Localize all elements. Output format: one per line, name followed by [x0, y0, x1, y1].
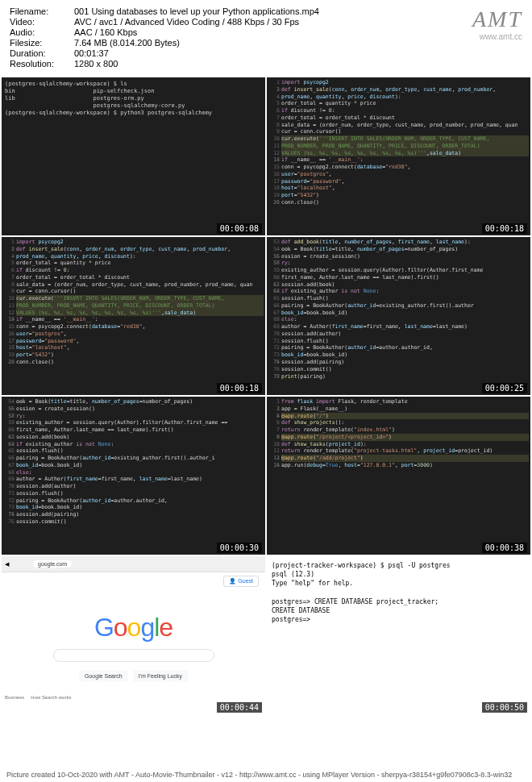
video-label: Video:: [10, 17, 74, 27]
thumbnail-1: (postgres-sqlalchemy-workspace) $ ls bin…: [2, 77, 265, 235]
user-icon: 👤: [229, 578, 236, 584]
timestamp: 00:00:08: [217, 223, 262, 234]
search-input[interactable]: [53, 649, 214, 662]
code-editor: 1from flask import Flask, render_templat…: [267, 397, 530, 471]
audio-label: Audio:: [10, 27, 74, 37]
resolution-label: Resolution:: [10, 59, 74, 69]
google-logo: Google: [94, 613, 172, 643]
timestamp: 00:00:50: [482, 702, 527, 713]
guest-button[interactable]: 👤 Guest: [223, 576, 259, 587]
thumbnail-8: (project-tracker-workspace) $ psql -U po…: [267, 556, 530, 714]
filesize-value: 7.64 MB (8.014.200 Bytes): [74, 38, 522, 48]
code-editor: 1import psycopg2 2 3def insert_sale(conn…: [267, 77, 530, 208]
page-footer: Picture created 10-Oct-2020 with AMT - A…: [0, 767, 532, 782]
duration-value: 00:01:37: [74, 48, 522, 58]
footer-link[interactable]: How Search works: [31, 695, 71, 700]
timestamp: 00:00:18: [482, 223, 527, 234]
resolution-value: 1280 x 800: [74, 59, 522, 69]
logo-text: AMT: [472, 6, 522, 32]
timestamp: 00:00:44: [217, 702, 262, 713]
filesize-label: Filesize:: [10, 38, 74, 48]
terminal-output: (project-tracker-workspace) $ psql -U po…: [267, 556, 530, 629]
thumbnail-5: 54ook = Book(title=title, number_of_page…: [2, 397, 265, 555]
footer-link[interactable]: Business: [5, 695, 24, 700]
thumbnail-2: 1import psycopg2 2 3def insert_sale(conn…: [267, 77, 530, 235]
duration-label: Duration:: [10, 48, 74, 58]
thumbnail-grid: (postgres-sqlalchemy-workspace) $ ls bin…: [0, 76, 532, 716]
thumbnail-4: 53def add_book(title, number_of_pages, f…: [267, 237, 530, 395]
code-editor: 1import psycopg2 2 3def insert_sale(conn…: [2, 237, 265, 368]
back-icon[interactable]: ◀: [5, 561, 9, 568]
address-bar[interactable]: google.com: [33, 560, 72, 568]
logo-url: www.amt.cc: [472, 32, 522, 41]
lucky-button[interactable]: I'm Feeling Lucky: [133, 670, 188, 682]
filename-label: Filename:: [10, 6, 74, 16]
timestamp: 00:00:18: [217, 383, 262, 393]
audio-value: AAC / 160 Kbps: [74, 27, 522, 37]
google-homepage: Google Google Search I'm Feeling Lucky: [2, 572, 265, 714]
terminal-output: (postgres-sqlalchemy-workspace) $ ls bin…: [2, 77, 265, 120]
thumbnail-6: 1from flask import Flask, render_templat…: [267, 397, 530, 555]
thumbnail-3: 1import psycopg2 2 3def insert_sale(conn…: [2, 237, 265, 395]
code-editor: 53def add_book(title, number_of_pages, f…: [267, 237, 530, 381]
video-value: AVC / avc1 / Advanced Video Coding / 488…: [74, 17, 522, 27]
amt-logo: AMT www.amt.cc: [472, 6, 522, 41]
thumbnail-7: ◀ google.com 👤 Guest Google Google Searc…: [2, 556, 265, 714]
metadata-header: Filename:001 Using databases to level up…: [0, 0, 532, 76]
filename-value: 001 Using databases to level up your Pyt…: [74, 6, 522, 16]
google-search-button[interactable]: Google Search: [79, 670, 128, 682]
timestamp: 00:00:38: [482, 543, 527, 553]
code-editor: 54ook = Book(title=title, number_of_page…: [2, 397, 265, 527]
browser-toolbar: ◀ google.com: [2, 556, 265, 572]
timestamp: 00:00:25: [482, 383, 527, 393]
google-footer: Business How Search works: [5, 695, 71, 700]
timestamp: 00:00:30: [217, 543, 262, 553]
